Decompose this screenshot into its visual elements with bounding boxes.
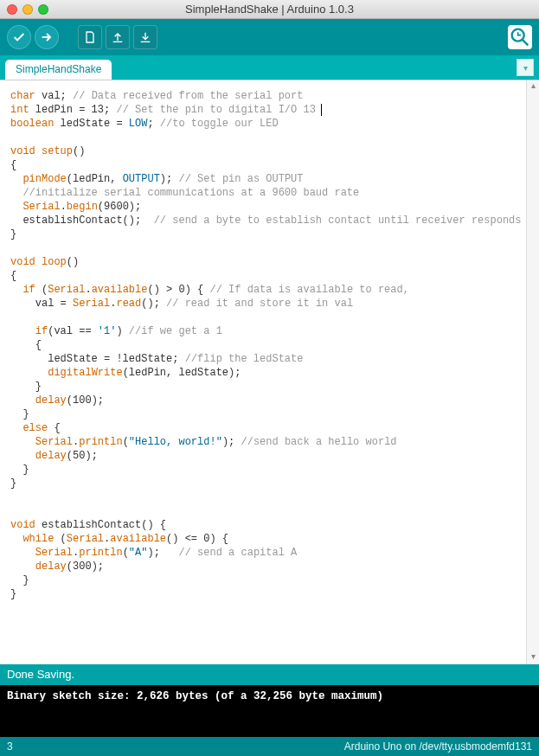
code-token: boolean xyxy=(10,118,54,130)
code-token: Serial xyxy=(67,533,104,545)
code-token: digitalWrite xyxy=(48,367,122,379)
code-token: ( xyxy=(54,533,66,545)
file-icon xyxy=(83,30,97,44)
code-token: () xyxy=(73,145,85,157)
code-token: "A" xyxy=(129,547,148,559)
code-token: () <= 0) { xyxy=(166,533,228,545)
code-token xyxy=(10,173,22,185)
code-token: (ledPin, ledState); xyxy=(123,367,241,379)
code-token: ledPin = 13; xyxy=(29,104,117,116)
code-token xyxy=(10,533,22,545)
text-cursor xyxy=(321,104,322,116)
code-token: (ledPin, xyxy=(67,173,123,185)
code-token: while xyxy=(22,533,54,545)
code-token xyxy=(10,284,22,296)
code-token: () xyxy=(67,256,79,268)
check-icon xyxy=(12,30,26,44)
code-token: LOW xyxy=(129,118,148,130)
window-title: SimpleHandShake | Arduino 1.0.3 xyxy=(0,3,539,16)
code-token: // Data received from the serial port xyxy=(73,90,303,102)
minimize-window-button[interactable] xyxy=(22,4,33,15)
code-token: } xyxy=(10,588,16,600)
code-token: else xyxy=(22,422,48,434)
code-token: void xyxy=(10,519,35,531)
code-token: Serial xyxy=(35,436,73,448)
line-number: 3 xyxy=(7,740,13,753)
close-window-button[interactable] xyxy=(7,4,17,15)
code-token: Serial xyxy=(73,298,110,310)
new-sketch-button[interactable] xyxy=(78,25,102,49)
code-token: println xyxy=(79,436,122,448)
code-token: Serial xyxy=(48,284,85,296)
code-token: // Set pin as OUTPUT xyxy=(178,173,303,185)
status-message: Done Saving. xyxy=(7,668,74,681)
code-token: //initialize serial communications at a … xyxy=(22,187,359,199)
vertical-scrollbar[interactable]: ▴ ▾ xyxy=(526,80,539,664)
tab-menu-button[interactable]: ▾ xyxy=(517,59,534,76)
code-token: // read it and store it in val xyxy=(166,298,353,310)
verify-button[interactable] xyxy=(7,25,31,49)
code-token xyxy=(10,367,48,379)
code-token: { xyxy=(48,422,60,434)
upload-button[interactable] xyxy=(35,25,59,49)
code-token xyxy=(10,547,35,559)
code-token: // send a byte to establish contact unti… xyxy=(154,215,522,227)
zoom-window-button[interactable] xyxy=(38,4,48,15)
code-token: "Hello, world!" xyxy=(129,436,222,448)
code-token: (100); xyxy=(67,394,104,407)
code-token: //to toggle our LED xyxy=(160,118,279,130)
code-token: ( xyxy=(123,547,129,559)
arrow-right-icon xyxy=(40,30,54,44)
scroll-up-arrow-icon[interactable]: ▴ xyxy=(527,80,539,93)
code-token: ; xyxy=(147,118,159,130)
code-token: available xyxy=(92,284,148,296)
code-token: char xyxy=(10,90,35,102)
code-token: ledState = xyxy=(54,118,128,130)
code-token: (val == xyxy=(48,325,98,337)
code-token: delay xyxy=(35,561,67,573)
board-port-label: Arduino Uno on /dev/tty.usbmodemfd131 xyxy=(344,740,532,753)
code-token: } xyxy=(10,381,42,393)
code-token: } xyxy=(10,228,16,240)
code-editor[interactable]: char val; // Data received from the seri… xyxy=(0,80,526,664)
code-token: } xyxy=(10,408,29,420)
code-token: //send back a hello world xyxy=(241,436,397,448)
code-token: ) xyxy=(116,325,128,337)
code-token: available xyxy=(110,533,166,545)
code-token: . xyxy=(85,284,91,296)
code-token: delay xyxy=(35,394,67,407)
sketch-tab[interactable]: SimpleHandShake xyxy=(5,60,112,80)
code-token: ); xyxy=(222,436,241,448)
sketch-tab-bar: SimpleHandShake ▾ xyxy=(0,55,539,80)
code-token: //flip the ledState xyxy=(185,353,304,365)
code-token: // If data is available to read, xyxy=(209,284,408,296)
chevron-down-icon: ▾ xyxy=(523,63,528,73)
code-token xyxy=(10,450,35,462)
code-token xyxy=(10,436,35,448)
code-token xyxy=(10,394,35,407)
code-token: ledState = !ledState; xyxy=(10,353,185,365)
code-token: void xyxy=(10,256,35,268)
code-token: (50); xyxy=(67,450,98,462)
open-sketch-button[interactable] xyxy=(106,25,130,49)
code-token: println xyxy=(79,547,122,559)
code-token: ); xyxy=(160,173,179,185)
code-token: val; xyxy=(35,90,73,102)
code-token: setup xyxy=(42,145,73,157)
code-token: (); xyxy=(141,298,166,310)
save-sketch-button[interactable] xyxy=(133,25,157,49)
serial-monitor-button[interactable] xyxy=(508,25,532,49)
code-token: (9600); xyxy=(98,201,141,213)
console-line: Binary sketch size: 2,626 bytes (of a 32… xyxy=(7,690,383,702)
code-token: // send a capital A xyxy=(178,547,297,559)
arrow-down-icon xyxy=(138,30,152,44)
code-token: begin xyxy=(67,201,98,213)
code-token: void xyxy=(10,145,35,157)
editor-area: char val; // Data received from the seri… xyxy=(0,80,539,664)
code-token: '1' xyxy=(98,325,117,337)
scroll-down-arrow-icon[interactable]: ▾ xyxy=(527,651,539,664)
code-token xyxy=(10,561,35,573)
code-token xyxy=(10,187,22,199)
code-token: } xyxy=(10,464,29,476)
code-token: ); xyxy=(147,547,178,559)
